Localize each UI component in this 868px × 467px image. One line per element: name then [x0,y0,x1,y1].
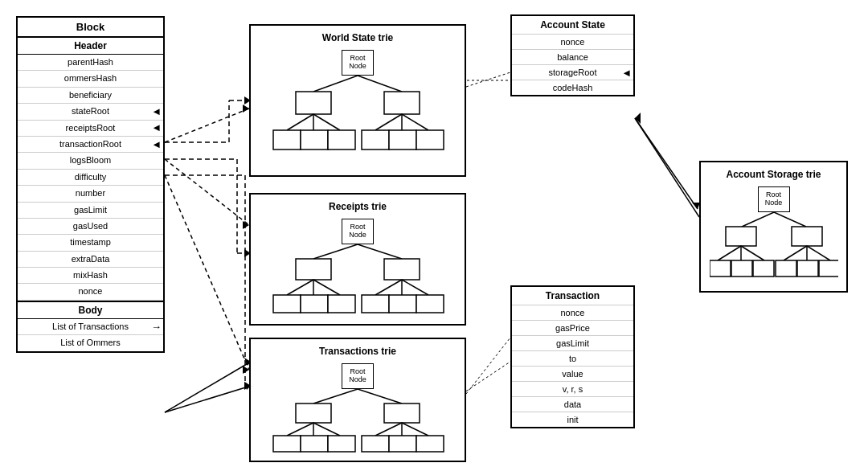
world-state-tree-svg [269,76,446,156]
svg-rect-58 [301,436,328,452]
svg-line-10 [635,118,699,217]
field-parentHash: parentHash [18,55,163,71]
svg-rect-77 [797,260,818,277]
transaction-panel: Transaction nonce gasPrice gasLimit to v… [510,285,635,428]
account-codeHash: codeHash [512,80,633,95]
field-list-transactions: List of Transactions → [18,319,163,335]
stateroot-arrow-icon: ◄ [151,104,162,119]
block-title: Block [18,18,163,38]
svg-line-6 [165,175,249,370]
svg-rect-57 [273,436,301,452]
svg-line-32 [358,244,402,259]
svg-marker-4 [243,221,249,229]
account-storageRoot: storageRoot ◄ [512,65,633,80]
svg-line-70 [784,246,807,260]
svg-rect-46 [416,295,444,313]
transactions-root-node: RootNode [342,363,374,389]
svg-line-35 [287,280,313,295]
account-storage-tree-svg [710,212,838,285]
svg-rect-73 [710,260,731,277]
tx-vrs: v, r, s [512,382,633,397]
receipts-trie-title: Receipts trie [257,201,458,212]
svg-marker-1 [243,104,249,113]
svg-rect-45 [389,295,416,313]
svg-line-12 [462,362,510,394]
tx-nonce: nonce [512,305,633,321]
account-nonce: nonce [512,35,633,50]
svg-line-54 [375,423,402,436]
svg-line-0 [165,109,249,142]
field-timestamp: timestamp [18,235,163,251]
svg-line-92 [635,118,698,209]
field-number: number [18,186,163,202]
svg-line-13 [165,362,251,412]
svg-rect-44 [362,295,389,313]
svg-line-15 [313,76,358,92]
transactions-tree-svg [269,389,446,453]
transactionroot-arrow-icon: ◄ [151,137,162,152]
account-storage-tree: RootNode [707,186,840,285]
account-storage-root-node: RootNode [758,186,790,212]
account-balance: balance [512,50,633,65]
svg-rect-62 [416,436,444,452]
receiptsroot-arrow-icon: ◄ [151,121,162,135]
tx-value: value [512,367,633,382]
account-state-title: Account State [512,16,633,35]
header-title: Header [18,38,163,55]
svg-rect-28 [362,130,389,150]
svg-line-16 [358,76,402,92]
world-state-tree: RootNode [257,50,458,156]
field-beneficiary: beneficiary [18,88,163,104]
svg-line-3 [165,159,249,225]
account-storage-trie-title: Account Storage trie [707,169,840,180]
svg-line-19 [287,114,313,130]
svg-rect-60 [362,436,389,452]
receipts-root-node: RootNode [342,219,374,244]
svg-line-64 [774,212,806,227]
field-extraData: extraData [18,252,163,268]
svg-line-63 [742,212,774,227]
field-mixHash: mixHash [18,268,163,284]
svg-line-31 [313,244,358,259]
svg-rect-65 [726,227,756,246]
svg-line-69 [741,246,764,260]
field-gasUsed: gasUsed [18,219,163,235]
field-list-ommers: List of Ommers [18,335,163,350]
svg-line-24 [402,114,428,130]
account-state-panel: Account State nonce balance storageRoot … [510,14,635,96]
field-difficulty: difficulty [18,170,163,186]
transaction-title: Transaction [512,287,633,305]
world-state-root-node: RootNode [342,50,374,76]
svg-rect-74 [731,260,752,277]
list-transactions-arrow-icon: → [151,319,162,334]
tx-to: to [512,351,633,367]
svg-rect-50 [384,404,420,423]
body-title: Body [18,302,163,319]
tx-gasLimit: gasLimit [512,336,633,351]
tx-data: data [512,397,633,412]
svg-line-56 [402,423,428,436]
svg-line-48 [358,389,402,404]
storageroot-arrow-icon: ◄ [621,67,632,79]
field-transactionRoot: transactionRoot ◄ [18,137,163,153]
transactions-tree: RootNode [257,363,458,453]
svg-rect-27 [328,130,355,150]
receipts-tree-svg [269,244,446,317]
svg-rect-17 [296,92,331,114]
svg-rect-61 [389,436,416,452]
receipts-trie-panel: Receipts trie RootNode [249,193,466,326]
svg-rect-30 [416,130,444,150]
svg-rect-75 [753,260,774,277]
world-state-trie-title: World State trie [257,32,458,43]
svg-rect-43 [328,295,355,313]
svg-marker-7 [243,366,249,374]
svg-rect-34 [384,259,420,280]
svg-rect-59 [328,436,355,452]
transactions-trie-panel: Transactions trie RootNode [249,338,466,462]
svg-line-94 [466,338,510,394]
svg-line-37 [313,280,340,295]
svg-rect-26 [301,130,328,150]
diagram: Block Header parentHash ommersHash benef… [0,0,868,467]
field-logsBloom: logsBloom [18,153,163,169]
svg-rect-18 [384,92,420,114]
